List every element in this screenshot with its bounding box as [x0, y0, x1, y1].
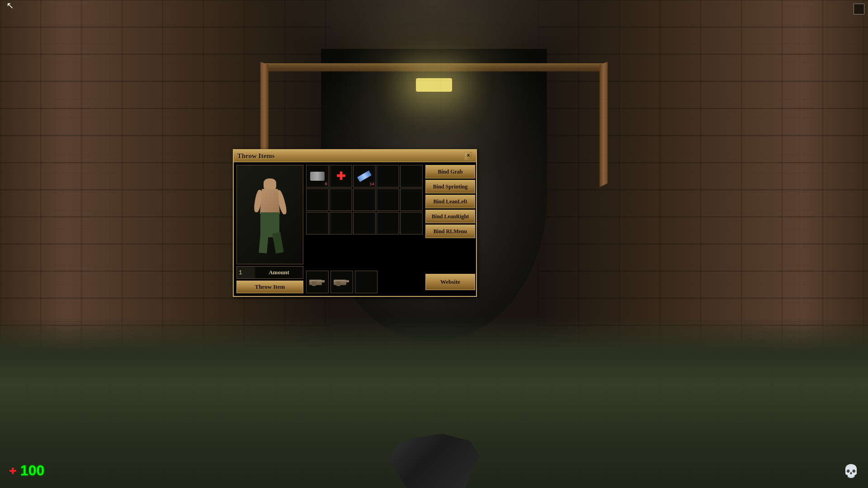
bind-leanright-button[interactable]: Bind LeanRight — [425, 210, 475, 223]
inv-slot-2-3[interactable] — [377, 212, 399, 235]
char-leg-right — [272, 232, 284, 253]
inv-slot-1-1[interactable] — [330, 188, 352, 211]
char-leg-left — [259, 235, 268, 253]
item-count-0-2: 14 — [369, 182, 374, 187]
bind-buttons: Bind Grab Bind Sprinting Bind LeanLeft B… — [425, 165, 475, 238]
dialog-spacer — [306, 240, 475, 267]
dialog-titlebar: Throw Items × — [234, 150, 476, 162]
character-body — [254, 176, 286, 253]
hud-health: ✚ 100 — [9, 462, 44, 479]
health-value: 100 — [20, 462, 44, 479]
top-right-indicator — [854, 4, 864, 14]
inv-slot-2-0[interactable] — [306, 212, 329, 235]
character-portrait — [236, 165, 303, 264]
character-panel: Amount Throw Item — [236, 165, 303, 293]
inventory-row-1: 0 ✚ 14 — [306, 165, 423, 188]
throw-items-dialog: Throw Items × — [233, 149, 477, 297]
item-count-0-0: 0 — [325, 182, 327, 187]
inventory-row-3 — [306, 212, 423, 235]
player-weapon — [366, 389, 502, 488]
inv-slot-1-4[interactable] — [400, 188, 423, 211]
gun-icon-0 — [309, 278, 326, 286]
amount-input[interactable] — [237, 267, 255, 278]
bind-leanleft-button[interactable]: Bind LeanLeft — [425, 195, 475, 208]
gun-icon-1 — [334, 278, 350, 286]
amount-row: Amount — [236, 266, 303, 279]
inv-slot-2-1[interactable] — [330, 212, 352, 235]
character-figure — [237, 165, 303, 264]
inv-slot-1-3[interactable] — [377, 188, 399, 211]
inv-slot-0-2[interactable]: 14 — [353, 165, 376, 188]
right-panel: 0 ✚ 14 — [306, 165, 475, 293]
amount-label: Amount — [255, 269, 303, 276]
inv-slot-1-2[interactable] — [353, 188, 376, 211]
tool-item — [357, 170, 372, 182]
inventory-row-2 — [306, 188, 423, 211]
inv-slot-2-2[interactable] — [353, 212, 376, 235]
char-head — [264, 178, 276, 190]
medkit-item: ✚ — [336, 170, 345, 183]
dialog-close-button[interactable]: × — [464, 152, 472, 160]
flashlight-item — [310, 172, 325, 181]
inv-slot-1-0[interactable] — [306, 188, 329, 211]
weapon-slot-0[interactable] — [306, 271, 329, 293]
inv-slot-0-0[interactable]: 0 — [306, 165, 329, 188]
inventory-grid: 0 ✚ 14 — [306, 165, 423, 238]
weapon-slot-1[interactable] — [330, 271, 353, 293]
website-button[interactable]: Website — [425, 274, 475, 290]
bottom-row: Website — [306, 271, 475, 293]
skull-icon: 💀 — [843, 464, 859, 479]
bind-sprinting-button[interactable]: Bind Sprinting — [425, 180, 475, 193]
inv-slot-0-1[interactable]: ✚ — [330, 165, 352, 188]
dialog-content: Amount Throw Item 0 ✚ — [234, 162, 476, 296]
inv-slot-0-3[interactable] — [377, 165, 399, 188]
char-torso — [260, 189, 280, 214]
bind-grab-button[interactable]: Bind Grab — [425, 165, 475, 178]
throw-item-button[interactable]: Throw Item — [236, 281, 303, 293]
weapon-slot-2[interactable] — [355, 271, 377, 293]
health-icon: ✚ — [9, 465, 17, 477]
dialog-title: Throw Items — [237, 152, 275, 160]
inventory-and-buttons: 0 ✚ 14 — [306, 165, 475, 238]
inv-slot-2-4[interactable] — [400, 212, 423, 235]
bind-rlmenu-button[interactable]: Bind RLMenu — [425, 225, 475, 238]
inv-slot-0-4[interactable] — [400, 165, 423, 188]
